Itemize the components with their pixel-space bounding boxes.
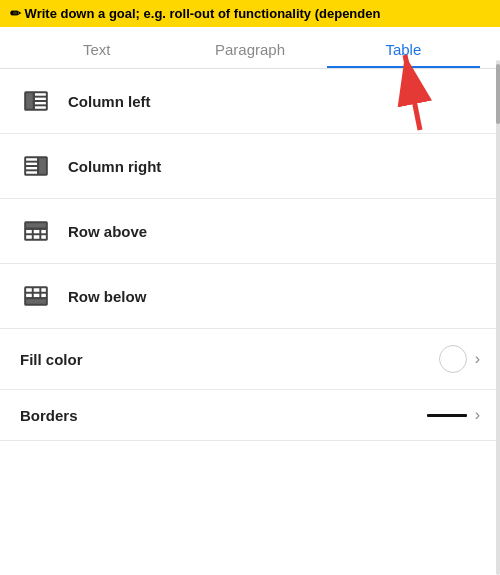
menu-item-row-below[interactable]: Row below xyxy=(0,264,500,329)
fill-color-right: › xyxy=(439,345,480,373)
menu-list: Column left Column right Row above xyxy=(0,69,500,329)
borders-label: Borders xyxy=(20,407,78,424)
menu-item-row-above[interactable]: Row above xyxy=(0,199,500,264)
color-swatch xyxy=(439,345,467,373)
row-above-label: Row above xyxy=(68,223,147,240)
menu-item-column-right[interactable]: Column right xyxy=(0,134,500,199)
column-right-label: Column right xyxy=(68,158,161,175)
info-banner: ✏ Write down a goal; e.g. roll-out of fu… xyxy=(0,0,500,27)
column-right-icon xyxy=(20,150,52,182)
tab-table[interactable]: Table xyxy=(327,27,480,68)
scrollbar[interactable] xyxy=(496,60,500,575)
borders-chevron: › xyxy=(475,406,480,424)
borders-item[interactable]: Borders › xyxy=(0,390,500,441)
fill-color-label: Fill color xyxy=(20,351,83,368)
tab-bar: Text Paragraph Table xyxy=(0,27,500,69)
tab-text[interactable]: Text xyxy=(20,27,173,68)
tab-paragraph[interactable]: Paragraph xyxy=(173,27,326,68)
fill-color-chevron: › xyxy=(475,350,480,368)
column-left-icon xyxy=(20,85,52,117)
svg-rect-18 xyxy=(25,298,47,305)
borders-right: › xyxy=(427,406,480,424)
svg-rect-12 xyxy=(25,222,47,229)
row-below-icon xyxy=(20,280,52,312)
scrollbar-thumb xyxy=(496,64,500,124)
fill-color-item[interactable]: Fill color › xyxy=(0,329,500,390)
svg-rect-8 xyxy=(38,157,47,174)
menu-item-column-left[interactable]: Column left xyxy=(0,69,500,134)
svg-rect-2 xyxy=(25,92,34,109)
row-above-icon xyxy=(20,215,52,247)
border-preview xyxy=(427,414,467,417)
row-below-label: Row below xyxy=(68,288,146,305)
column-left-label: Column left xyxy=(68,93,151,110)
